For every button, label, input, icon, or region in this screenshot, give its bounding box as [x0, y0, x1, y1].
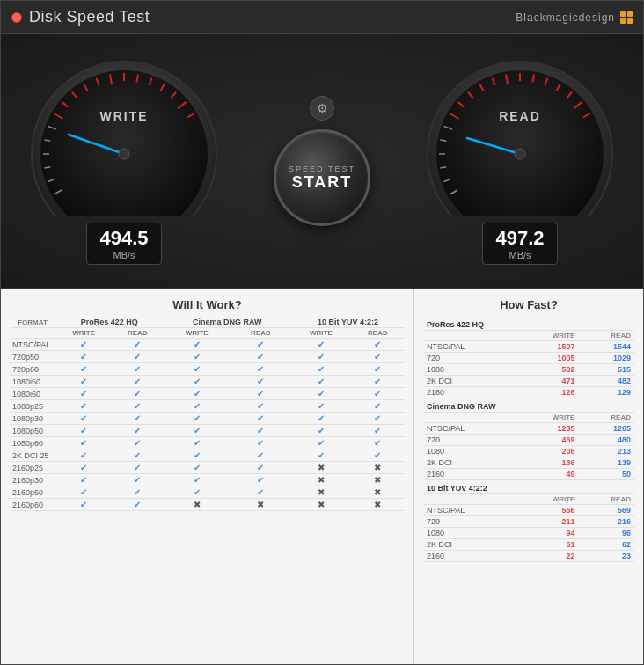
- check-1-0: ✔: [55, 351, 112, 363]
- write-val-0-4: 126: [516, 387, 578, 398]
- write-val-0-3: 471: [516, 376, 578, 387]
- check-11-3: ✔: [231, 474, 291, 486]
- checkmark-icon: ✔: [80, 340, 87, 349]
- write-val-1-2: 208: [516, 446, 578, 457]
- checkmark-icon: ✔: [374, 401, 381, 411]
- checkmark-icon: ✔: [194, 487, 201, 497]
- checkmark-icon: ✔: [374, 450, 381, 460]
- check-6-1: ✔: [112, 413, 163, 425]
- read-val-1-0: 1265: [578, 423, 634, 435]
- cross-icon: ✖: [318, 463, 325, 472]
- checkmark-icon: ✔: [257, 450, 264, 460]
- read-val-2-0: 569: [578, 505, 634, 516]
- yuv-read-header: READ: [351, 328, 405, 339]
- check-1-4: ✔: [291, 351, 351, 363]
- write-val-0-1: 1005: [516, 353, 578, 364]
- start-button[interactable]: SPEED TEST START: [274, 129, 370, 226]
- right-label-1-1: 720: [423, 435, 516, 446]
- cross-icon: ✖: [318, 487, 325, 497]
- check-3-4: ✔: [291, 376, 351, 388]
- checkmark-icon: ✔: [134, 438, 141, 448]
- checkmark-icon: ✔: [318, 401, 325, 411]
- checkmark-icon: ✔: [80, 500, 87, 509]
- write-val-1-3: 136: [516, 457, 578, 469]
- right-panel: How Fast? ProRes 422 HQWRITEREADNTSC/PAL…: [414, 289, 643, 664]
- checkmark-icon: ✔: [257, 475, 264, 485]
- brand-dot-1: [620, 11, 626, 17]
- checkmark-icon: ✔: [257, 340, 264, 349]
- check-4-0: ✔: [55, 388, 112, 400]
- check-10-1: ✔: [112, 462, 163, 474]
- write-val-0-2: 502: [516, 364, 578, 376]
- close-button[interactable]: [11, 12, 22, 23]
- empty-header: [10, 328, 55, 339]
- checkmark-icon: ✔: [374, 426, 381, 435]
- check-2-1: ✔: [112, 363, 163, 376]
- checkmark-icon: ✔: [318, 413, 325, 423]
- format-label-7: 1080p50: [10, 425, 55, 437]
- check-13-1: ✔: [112, 499, 163, 511]
- write-value-box: 494.5 MB/s: [86, 223, 161, 265]
- read-val-2-1: 216: [578, 516, 634, 528]
- cineraw-write-header: WRITE: [163, 328, 231, 339]
- checkmark-icon: ✔: [257, 438, 264, 448]
- right-empty-2: [423, 494, 516, 505]
- check-3-5: ✔: [351, 376, 405, 388]
- checkmark-icon: ✔: [80, 376, 87, 386]
- brand-name: Blackmagicdesign: [516, 11, 615, 24]
- check-5-3: ✔: [231, 400, 291, 413]
- title-bar-left: Disk Speed Test: [11, 8, 150, 26]
- right-label-0-2: 1080: [423, 364, 516, 376]
- check-7-5: ✔: [351, 425, 405, 437]
- check-0-1: ✔: [112, 339, 163, 351]
- checkmark-icon: ✔: [134, 475, 141, 485]
- check-10-0: ✔: [55, 462, 112, 474]
- checkmark-icon: ✔: [80, 438, 87, 448]
- yuv-header: 10 Bit YUV 4:2:2: [291, 317, 405, 328]
- format-label-11: 2160p30: [10, 474, 55, 486]
- prores-header: ProRes 422 HQ: [55, 317, 163, 328]
- check-13-4: ✖: [291, 499, 351, 511]
- cross-icon: ✖: [374, 475, 381, 485]
- check-6-5: ✔: [351, 413, 405, 425]
- checkmark-icon: ✔: [194, 426, 201, 435]
- checkmark-icon: ✔: [134, 340, 141, 349]
- check-2-5: ✔: [351, 363, 405, 376]
- check-9-2: ✔: [163, 449, 231, 462]
- settings-button[interactable]: ⚙: [310, 96, 334, 121]
- brand-dot-4: [627, 18, 633, 24]
- cineraw-header: Cinema DNG RAW: [163, 317, 291, 328]
- checkmark-icon: ✔: [194, 413, 201, 423]
- read-gauge: READ 497.2 MB/s: [423, 57, 617, 265]
- check-13-0: ✔: [55, 499, 112, 511]
- group-header-0: ProRes 422 HQ: [423, 317, 634, 331]
- check-10-3: ✔: [231, 462, 291, 474]
- right-label-0-0: NTSC/PAL: [423, 341, 516, 353]
- checkmark-icon: ✔: [80, 450, 87, 460]
- checkmark-icon: ✔: [80, 364, 87, 374]
- checkmark-icon: ✔: [194, 475, 201, 485]
- check-8-3: ✔: [231, 437, 291, 449]
- check-9-5: ✔: [351, 449, 405, 462]
- checkmark-icon: ✔: [194, 389, 201, 398]
- check-0-5: ✔: [351, 339, 405, 351]
- check-9-3: ✔: [231, 449, 291, 462]
- cross-icon: ✖: [194, 500, 201, 509]
- check-7-0: ✔: [55, 425, 112, 437]
- write-val-2-2: 94: [516, 528, 578, 539]
- right-label-2-2: 1080: [423, 528, 516, 539]
- right-panel-title: How Fast?: [423, 298, 634, 311]
- gauge-section: WRITE 494.5 MB/s ⚙ SPEED TEST START: [1, 34, 643, 289]
- check-6-4: ✔: [291, 413, 351, 425]
- check-8-2: ✔: [163, 437, 231, 449]
- format-label-3: 1080i50: [10, 376, 55, 388]
- right-label-2-1: 720: [423, 516, 516, 528]
- cineraw-read-header: READ: [231, 328, 291, 339]
- cross-icon: ✖: [318, 500, 325, 509]
- write-gauge-svg: WRITE: [27, 57, 221, 216]
- left-panel-title: Will It Work?: [10, 298, 405, 311]
- checkmark-icon: ✔: [134, 487, 141, 497]
- checkmark-icon: ✔: [80, 352, 87, 362]
- checkmark-icon: ✔: [80, 389, 87, 398]
- checkmark-icon: ✔: [374, 389, 381, 398]
